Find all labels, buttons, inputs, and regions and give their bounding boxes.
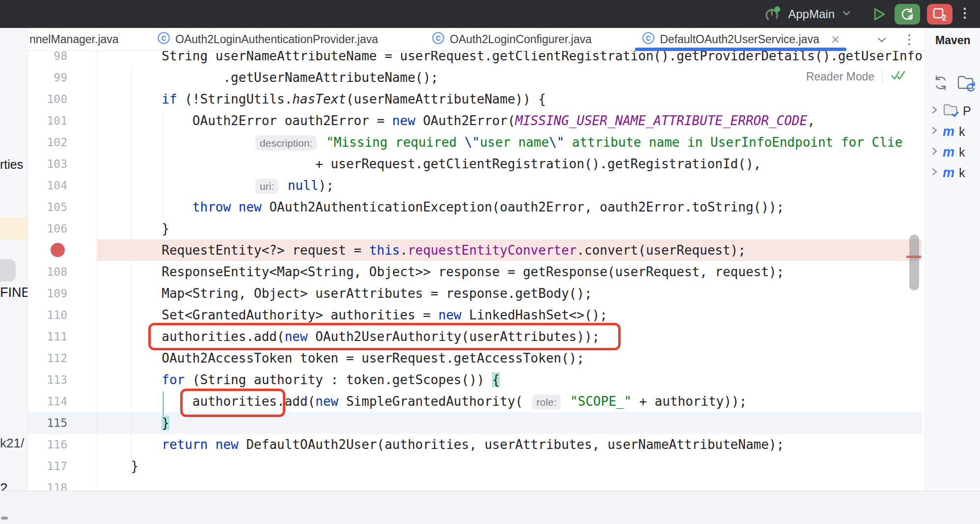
- chevron-down-icon[interactable]: [842, 8, 851, 20]
- code-segment: new: [239, 200, 262, 214]
- chevron-right-icon[interactable]: [930, 146, 938, 158]
- java-class-icon: C: [157, 31, 170, 48]
- clipped-text-fragment: 2: [0, 480, 8, 491]
- svg-text:C: C: [646, 34, 651, 42]
- inspections-ok-double-check-icon[interactable]: [891, 70, 905, 83]
- code-line[interactable]: for (String authority : token.getScopes(…: [28, 369, 922, 391]
- breakpoint-icon[interactable]: [51, 243, 65, 257]
- code-segment: [100, 437, 162, 452]
- code-line[interactable]: authorities.add(new SimpleGrantedAuthori…: [28, 391, 922, 412]
- tab-defaultoauth2userservice-active[interactable]: C DefaultOAuth2UserService.java: [642, 28, 840, 51]
- rerun-button[interactable]: [895, 4, 920, 25]
- run-config-selector[interactable]: AppMain: [788, 7, 835, 21]
- maven-panel-title[interactable]: Maven: [935, 34, 971, 47]
- tab-oauth2loginauthenticationprovider[interactable]: C OAuth2LoginAuthenticationProvider.java: [157, 28, 378, 51]
- clipped-text-fragment: FINE: [0, 285, 28, 300]
- code-line[interactable]: .getUserNameAttributeName();: [28, 67, 922, 88]
- code-line[interactable]: }: [28, 412, 922, 434]
- code-line[interactable]: uri: null);: [28, 175, 922, 196]
- code-segment: new: [285, 329, 308, 344]
- tab-oauth2loginconfigurer[interactable]: C OAuth2LoginConfigurer.java: [432, 28, 592, 51]
- code-line[interactable]: throw new OAuth2AuthenticationException(…: [28, 196, 922, 218]
- code-segment: [100, 416, 162, 430]
- code-line[interactable]: }: [28, 455, 922, 477]
- chevron-right-icon[interactable]: [930, 105, 938, 117]
- active-tab-underline: [635, 48, 846, 51]
- run-button[interactable]: [871, 6, 888, 22]
- code-segment: ,: [807, 113, 815, 128]
- reload-projects-icon[interactable]: [932, 75, 949, 93]
- code-line[interactable]: [28, 477, 922, 491]
- code-segment: null: [288, 178, 319, 193]
- code-segment: (userNameAttributeName)) {: [346, 92, 546, 106]
- code-editor[interactable]: 98 String userNameAttributeName = userRe…: [28, 51, 922, 491]
- divider: [882, 70, 883, 83]
- code-segment: "Missing required: [326, 135, 464, 150]
- code-segment: .: [400, 243, 408, 258]
- tab-label: OAuth2LoginConfigurer.java: [450, 33, 592, 46]
- maven-tree-item[interactable]: P: [930, 101, 980, 121]
- code-segment: attribute name in UserInfoEndpoint for C…: [564, 135, 902, 150]
- tab-label: OAuth2LoginAuthenticationProvider.java: [175, 33, 378, 46]
- maven-tool-window: Maven Pmkmkmk: [925, 28, 980, 491]
- bottom-panel-strip: [0, 491, 980, 524]
- code-segment: + userRequest.getClientRegistration().ge…: [100, 157, 761, 171]
- tab-label: DefaultOAuth2UserService.java: [660, 33, 819, 46]
- code-segment: new: [216, 437, 239, 452]
- maven-tree-item[interactable]: mk: [930, 142, 980, 162]
- code-segment: new: [315, 394, 338, 409]
- reader-mode-label[interactable]: Reader Mode: [806, 70, 874, 83]
- java-class-icon: C: [642, 31, 655, 48]
- java-class-icon: C: [432, 31, 445, 48]
- tab-label: nnelManager.java: [29, 33, 119, 46]
- code-line[interactable]: Map<String, Object> userAttributes = res…: [28, 283, 922, 304]
- code-line[interactable]: OAuth2AccessToken token = userRequest.ge…: [28, 347, 922, 369]
- code-segment: OAuth2AuthenticationException(oauth2Erro…: [262, 200, 784, 214]
- code-segment: (!StringUtils.: [177, 92, 293, 106]
- highlighted-row-fragment: [0, 217, 28, 239]
- code-segment: OAuth2UserAuthority(userAttributes));: [308, 329, 600, 344]
- clipped-text-fragment: k21/: [0, 436, 24, 451]
- code-segment: [100, 372, 162, 387]
- editor-vertical-scrollbar[interactable]: [909, 235, 919, 290]
- chevron-right-icon[interactable]: [930, 167, 938, 179]
- maven-tree-item[interactable]: mk: [930, 121, 980, 142]
- code-segment: MISSING_USER_NAME_ATTRIBUTE_ERROR_CODE: [515, 113, 807, 128]
- code-segment: [280, 178, 288, 193]
- code-line[interactable]: }: [28, 218, 922, 239]
- code-line[interactable]: Set<GrantedAuthority> authorities = new …: [28, 304, 922, 326]
- code-line[interactable]: OAuth2Error oauth2Error = new OAuth2Erro…: [28, 110, 922, 131]
- run-toolbar: AppMain: [763, 0, 967, 28]
- code-segment: return: [162, 437, 208, 452]
- code-line[interactable]: return new DefaultOAuth2User(authorities…: [28, 434, 922, 455]
- code-segment: Map<String, Object> userAttributes = res…: [100, 286, 592, 301]
- code-segment: }: [162, 416, 169, 430]
- more-actions-kebab-icon[interactable]: [962, 5, 967, 23]
- code-segment: if: [162, 92, 177, 106]
- code-segment: OAuth2Error(: [415, 113, 516, 128]
- code-segment: [100, 200, 192, 214]
- tab-channelmanager[interactable]: nnelManager.java: [29, 28, 119, 51]
- code-line[interactable]: + userRequest.getClientRegistration().ge…: [28, 153, 922, 175]
- code-line[interactable]: String userNameAttributeName = userReque…: [28, 51, 922, 67]
- tabs-options-kebab-icon[interactable]: [901, 32, 918, 48]
- code-segment: hasText: [292, 92, 346, 106]
- code-line[interactable]: authorities.add(new OAuth2UserAuthority(…: [28, 326, 922, 347]
- maven-module-icon: m: [943, 124, 954, 139]
- code-line[interactable]: RequestEntity<?> request = this.requestE…: [28, 239, 922, 261]
- code-segment: [100, 178, 254, 193]
- horizontal-scrollbar-thumb[interactable]: [1, 517, 8, 520]
- code-line[interactable]: if (!StringUtils.hasText(userNameAttribu…: [28, 88, 922, 110]
- tabs-dropdown-chevron-icon[interactable]: [873, 32, 890, 48]
- generate-sources-folder-icon[interactable]: [957, 74, 976, 94]
- code-segment: }: [100, 459, 138, 473]
- maven-tree-item[interactable]: mk: [930, 162, 980, 183]
- stop-button[interactable]: 2: [927, 4, 953, 25]
- code-segment: String userNameAttributeName = userReque…: [100, 51, 922, 63]
- code-line[interactable]: description: "Missing required \"user na…: [28, 131, 922, 153]
- chevron-right-icon[interactable]: [930, 126, 938, 137]
- close-tab-icon[interactable]: [831, 35, 840, 44]
- code-segment: LinkedHashSet<>();: [462, 308, 607, 322]
- code-segment: (String authority : token.getScopes()): [185, 372, 492, 387]
- code-line[interactable]: ResponseEntity<Map<String, Object>> resp…: [28, 261, 922, 283]
